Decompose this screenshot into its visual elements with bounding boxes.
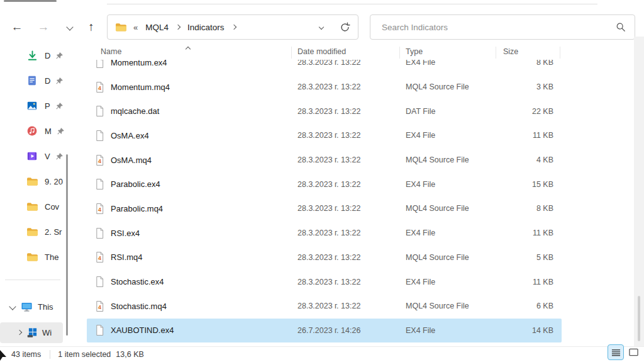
- refresh-button[interactable]: [340, 22, 350, 33]
- file-date-modified: 28.3.2023 г. 13:22: [297, 82, 406, 91]
- sidebar-item-d[interactable]: D: [0, 68, 65, 93]
- folder-icon: [26, 177, 38, 186]
- file-name: Momentum.mq4: [111, 82, 297, 92]
- address-dropdown-chevron[interactable]: [319, 25, 323, 29]
- sidebar-item-d[interactable]: D: [0, 43, 65, 68]
- file-type: EX4 File: [406, 278, 506, 286]
- file-name: OsMA.mq4: [111, 156, 297, 165]
- file-name: Stochastic.ex4: [111, 277, 297, 286]
- sidebar-item-cov[interactable]: Cov: [0, 194, 65, 219]
- file-size: 11 KB: [506, 229, 553, 237]
- sidebar-item-the[interactable]: The: [0, 244, 65, 269]
- file-date-modified: 28.3.2023 г. 13:22: [297, 229, 406, 237]
- file-row[interactable]: XAUBOTIND.ex426.7.2023 г. 14:26EX4 File1…: [70, 319, 634, 343]
- column-header-size[interactable]: Size: [503, 47, 518, 56]
- file-row[interactable]: 4Parabolic.mq428.3.2023 г. 13:22MQL4 Sou…: [70, 196, 634, 221]
- file-row[interactable]: 4Momentum.mq428.3.2023 г. 13:22MQL4 Sour…: [70, 75, 634, 99]
- sidebar-item-label: Cov: [45, 202, 59, 212]
- folder-icon: [26, 227, 38, 237]
- file-name: Momentum.ex4: [111, 60, 297, 67]
- sidebar-item-windows-drive[interactable]: Wi: [0, 320, 65, 345]
- sidebar-item-label: 9. 20: [45, 177, 63, 186]
- file-row[interactable]: OsMA.ex428.3.2023 г. 13:22EX4 File11 KB: [70, 123, 634, 148]
- breadcrumb-overflow[interactable]: «: [133, 23, 138, 32]
- recent-locations-chevron[interactable]: [60, 18, 79, 37]
- file-row[interactable]: Momentum.ex428.3.2023 г. 13:22EX4 File8 …: [70, 60, 634, 75]
- file-size: 4 KB: [506, 156, 553, 164]
- file-name: RSI.mq4: [111, 252, 297, 262]
- sidebar-item-label: P: [45, 101, 50, 111]
- sidebar-item-label: V: [45, 152, 50, 161]
- file-row[interactable]: RSI.ex428.3.2023 г. 13:22EX4 File11 KB: [70, 221, 634, 246]
- svg-text:4: 4: [98, 256, 101, 262]
- column-divider[interactable]: [291, 47, 292, 59]
- file-type: EX4 File: [406, 180, 506, 189]
- cropped-ribbon-remnant: [4, 0, 57, 2]
- file-size: 5 KB: [506, 253, 553, 262]
- ex4-file-icon: [93, 227, 106, 239]
- column-divider[interactable]: [399, 47, 400, 59]
- file-type: DAT File: [406, 107, 506, 116]
- ex4-file-icon: [93, 178, 106, 191]
- file-row[interactable]: mqlcache.dat28.3.2023 г. 13:22DAT File22…: [70, 99, 634, 123]
- file-type: MQL4 Source File: [406, 253, 506, 262]
- column-divider[interactable]: [560, 47, 560, 59]
- column-header-name[interactable]: Name: [101, 47, 121, 56]
- sidebar-item-2-sr[interactable]: 2. Sr: [0, 219, 65, 244]
- back-button[interactable]: ←: [8, 18, 26, 37]
- sidebar-item-label: 2. Sr: [45, 227, 62, 237]
- file-size: 22 KB: [506, 107, 553, 116]
- file-row[interactable]: 4OsMA.mq428.3.2023 г. 13:22MQL4 Source F…: [70, 148, 634, 173]
- column-header-type[interactable]: Type: [406, 47, 423, 56]
- sidebar-scrollbar-thumb[interactable]: [66, 154, 68, 336]
- file-row[interactable]: Stochastic.ex428.3.2023 г. 13:22EX4 File…: [70, 269, 634, 294]
- file-date-modified: 28.3.2023 г. 13:22: [297, 60, 406, 67]
- view-details-button[interactable]: [608, 344, 624, 360]
- view-large-icons-button[interactable]: [625, 344, 641, 360]
- sidebar-divider: [5, 280, 60, 280]
- selection-size-label: 13,6 KB: [116, 350, 143, 359]
- file-row[interactable]: 4RSI.mq428.3.2023 г. 13:22MQL4 Source Fi…: [70, 246, 634, 270]
- file-type: EX4 File: [406, 60, 506, 67]
- file-name: OsMA.ex4: [111, 131, 297, 140]
- search-icon: [616, 22, 626, 32]
- pin-icon: [57, 127, 65, 135]
- forward-button[interactable]: →: [34, 18, 53, 37]
- ex4-file-icon: [93, 60, 106, 69]
- music-icon: [26, 125, 38, 137]
- file-date-modified: 28.3.2023 г. 13:22: [297, 302, 406, 310]
- mq4-file-icon: 4: [93, 251, 106, 264]
- file-date-modified: 28.3.2023 г. 13:22: [297, 107, 406, 116]
- chevron-right-icon[interactable]: [18, 331, 21, 334]
- sidebar-item-label: D: [45, 51, 50, 60]
- sidebar-item-m[interactable]: M: [0, 118, 65, 144]
- chevron-right-icon: [176, 25, 180, 29]
- list-scrollbar-thumb[interactable]: [638, 296, 640, 341]
- list-scrollbar-track[interactable]: [634, 37, 644, 346]
- chevron-down-icon[interactable]: [10, 304, 15, 309]
- search-input[interactable]: [380, 22, 616, 33]
- sidebar-item-label: M: [45, 127, 52, 136]
- column-divider[interactable]: [496, 47, 496, 59]
- this-pc-icon: [21, 302, 33, 312]
- file-size: 6 KB: [506, 302, 553, 310]
- file-row[interactable]: 4Stochastic.mq428.3.2023 г. 13:22MQL4 So…: [70, 294, 634, 319]
- pin-icon: [55, 102, 64, 110]
- folder-icon: [115, 23, 127, 32]
- sidebar-item-label: D: [45, 76, 50, 86]
- breadcrumb-mql4[interactable]: MQL4: [145, 23, 169, 32]
- file-type: MQL4 Source File: [406, 156, 506, 164]
- file-type: MQL4 Source File: [406, 204, 506, 213]
- folder-icon: [26, 252, 38, 262]
- sidebar-item-9-20[interactable]: 9. 20: [0, 169, 65, 194]
- sidebar-item-p[interactable]: P: [0, 93, 65, 118]
- file-name: Stochastic.mq4: [111, 302, 297, 311]
- up-button[interactable]: ↑: [82, 18, 101, 37]
- sidebar-item-v[interactable]: V: [0, 144, 65, 169]
- pin-icon: [55, 52, 64, 60]
- sidebar-item-this-pc[interactable]: This: [0, 294, 65, 319]
- column-header-date-modified[interactable]: Date modified: [297, 47, 346, 56]
- breadcrumb-indicators[interactable]: Indicators: [187, 23, 225, 32]
- address-bar[interactable]: « MQL4 Indicators: [107, 14, 358, 40]
- file-row[interactable]: Parabolic.ex428.3.2023 г. 13:22EX4 File1…: [70, 172, 634, 196]
